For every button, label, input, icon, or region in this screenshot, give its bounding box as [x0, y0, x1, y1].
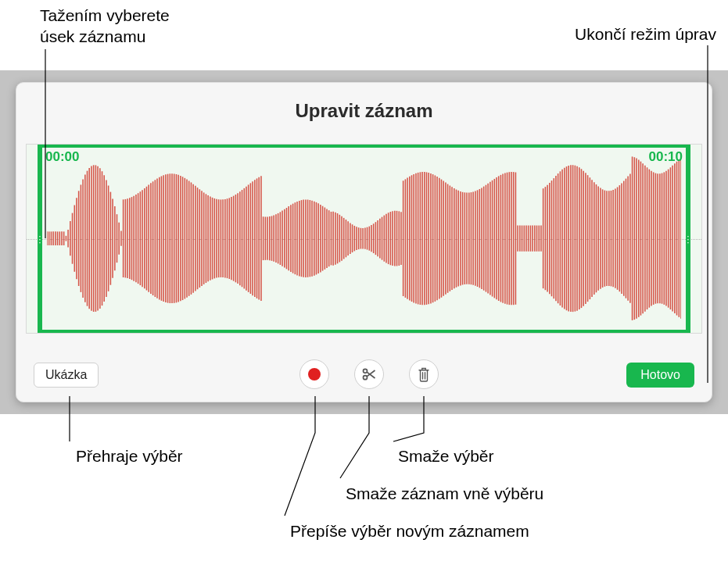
- done-button[interactable]: Hotovo: [626, 363, 694, 388]
- delete-button[interactable]: [409, 359, 439, 389]
- callout-overwrite: Přepíše výběr novým záznamem: [290, 520, 529, 541]
- callout-play-selection: Přehraje výběr: [76, 445, 183, 466]
- record-icon: [308, 368, 321, 381]
- selection-handle-left[interactable]: ···: [38, 234, 42, 244]
- waveform-area[interactable]: ··· ··· 00:00 00:10: [26, 144, 702, 334]
- trash-icon: [417, 366, 431, 382]
- toolbar: Ukázka Hotovo: [16, 355, 712, 392]
- callout-delete-selection: Smaže výběr: [398, 445, 494, 466]
- panel-title: Upravit záznam: [16, 100, 712, 122]
- preview-button[interactable]: Ukázka: [34, 363, 99, 388]
- callout-drag-select: Tažením vyberete úsek záznamu: [40, 5, 170, 48]
- time-end-label: 00:10: [649, 149, 683, 165]
- selection-handle-right[interactable]: ···: [686, 234, 690, 244]
- callout-delete-outside: Smaže záznam vně výběru: [346, 483, 543, 504]
- selection-frame: ··· ···: [38, 145, 690, 333]
- edit-recording-panel: Upravit záznam ··· ··· 00:00 00:10 Ukázk…: [16, 82, 712, 402]
- time-start-label: 00:00: [45, 149, 79, 165]
- scissors-icon: [361, 366, 377, 382]
- trim-button[interactable]: [354, 359, 384, 389]
- callout-exit-edit: Ukončí režim úprav: [575, 23, 716, 45]
- record-button[interactable]: [299, 359, 329, 389]
